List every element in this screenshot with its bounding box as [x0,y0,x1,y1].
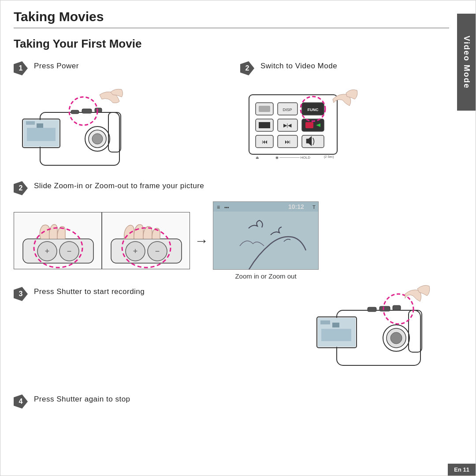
svg-rect-22 [259,122,270,128]
camera2-wrapper [308,282,440,380]
step1-num: 1 [14,61,28,75]
main-content: Taking Movies Taking Your First Movie 1 … [14,9,449,458]
svg-text:−: − [155,247,160,256]
svg-rect-65 [368,307,376,312]
zoom-out-image: + − [102,212,190,269]
svg-text:⏏: ⏏ [256,156,259,160]
step2a-block: 2 Switch to Video Mode [240,60,449,75]
svg-rect-11 [95,108,102,112]
svg-rect-59 [320,320,330,324]
row2: + − + [14,201,449,280]
page-indicator: En 11 [448,464,476,476]
zoom-preview-wrapper: ≡ ▪▪▪ 10:12 T Zoom [213,201,319,280]
svg-rect-4 [37,123,43,128]
step3-block: 3 Press Shutter to start recording [14,286,308,301]
step1-block: 1 Press Power [14,60,223,75]
svg-rect-32 [302,135,324,148]
page-title: Taking Movies [14,9,449,28]
svg-rect-61 [321,329,351,341]
svg-point-64 [390,332,402,344]
svg-text:▶|◀: ▶|◀ [283,123,292,128]
svg-rect-10 [82,109,92,113]
step2b-num: 2 [14,181,28,195]
svg-text:+: + [133,247,138,256]
zoom-preview-svg: ≡ ▪▪▪ 10:12 T [213,202,319,270]
step1-col: 1 Press Power [14,60,223,176]
svg-rect-44 [111,239,182,263]
svg-rect-3 [26,121,35,125]
zoom-in-svg: + − [14,212,102,269]
zoom-preview-screen: ≡ ▪▪▪ 10:12 T [213,201,319,270]
step3-text: Press Shutter to start recording [34,286,145,298]
step4-num: 4 [14,394,28,409]
svg-text:▪▪▪: ▪▪▪ [224,205,229,210]
step2b-text: Slide Zoom-in or Zoom-out to frame your … [34,180,204,192]
svg-text:−: − [67,247,72,256]
svg-rect-50 [213,202,319,270]
svg-text:+: + [45,247,50,256]
step1-text: Press Power [34,60,79,72]
svg-rect-38 [23,239,93,263]
svg-rect-67 [393,305,401,310]
step4-text: Press Shutter again to stop [34,394,130,405]
remote-illustration: DISP FUNC ▶|◀ ⏮ [240,82,364,163]
svg-text:T: T [312,205,316,210]
svg-rect-66 [379,306,390,311]
step2b-block: 2 Slide Zoom-in or Zoom-out to frame you… [14,180,449,195]
section-title: Taking Your First Movie [14,37,449,51]
svg-rect-5 [27,128,56,141]
page-container: Video Mode En 11 Taking Movies Taking Yo… [0,0,476,476]
svg-rect-16 [259,106,270,112]
svg-rect-68 [409,310,422,352]
row4: 4 Press Shutter again to stop [14,394,449,415]
svg-text:◉ ──────── HOLD: ◉ ──────── HOLD [275,156,310,160]
row3: 3 Press Shutter to start recording [14,286,449,380]
row1: 1 Press Power [14,60,449,176]
svg-text:⏭: ⏭ [285,138,290,145]
camera-illustration-1 [14,82,137,174]
side-tab-label: Video Mode [462,36,471,89]
svg-rect-26 [305,122,313,128]
svg-rect-60 [332,323,339,327]
step2a-num: 2 [240,61,254,75]
step3-num: 3 [14,287,28,301]
step3-area: 3 Press Shutter to start recording [14,286,308,307]
step2b-wrapper: 2 Slide Zoom-in or Zoom-out to frame you… [14,180,449,280]
svg-text:≡: ≡ [217,204,220,210]
side-tab: Video Mode [457,14,476,111]
svg-rect-9 [71,110,79,114]
arrow-right: → [194,233,208,249]
camera-illustration-2 [308,282,440,379]
step2a-col: 2 Switch to Video Mode DISP FUNC [240,60,449,176]
zoom-out-svg: + − [102,212,190,269]
svg-text:FUNC: FUNC [308,108,319,112]
step4-block: 4 Press Shutter again to stop [14,394,130,409]
svg-text:(2 Sec): (2 Sec) [324,155,334,159]
step2a-text: Switch to Video Mode [260,60,337,72]
svg-text:⏮: ⏮ [262,138,268,145]
svg-text:DISP: DISP [283,108,292,112]
zoom-caption: Zoom in or Zoom out [213,272,319,280]
svg-point-8 [92,134,103,144]
zoom-in-image: + − [14,212,102,269]
svg-rect-12 [108,112,121,152]
svg-text:10:12: 10:12 [288,203,304,210]
